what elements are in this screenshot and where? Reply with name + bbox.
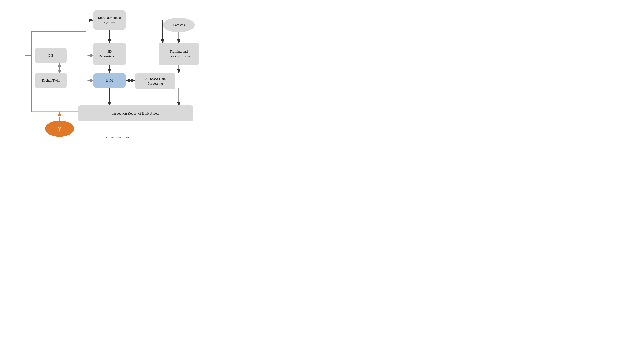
node-reconstruction: 3D Reconstruction [94, 43, 126, 65]
caption-label: Project overview [106, 135, 130, 139]
node-digital-twin: Digital Twin [34, 73, 67, 88]
datasets-label: Datasets [173, 23, 185, 27]
node-question: ? [45, 121, 74, 137]
reconstruction-label: 3D Reconstruction [99, 49, 120, 58]
node-ai-processing: AI-based Data Processing [135, 73, 176, 89]
diagram-caption: Project overview [94, 135, 142, 139]
training-label: Training and Inspection Data [168, 49, 190, 58]
bim-label: BIM [106, 78, 113, 83]
node-datasets: Datasets [162, 18, 195, 32]
node-training: Training and Inspection Data [158, 43, 199, 65]
digital-twin-label: Digital Twin [42, 78, 60, 83]
question-label: ? [58, 125, 61, 133]
node-man-unmanned: Man/Unmanned Systems [94, 10, 126, 30]
svg-rect-6 [32, 31, 86, 112]
gis-label: GIS [48, 53, 54, 58]
inspection-report-label: Inspection Report of Built Assets [112, 111, 159, 116]
diagram-arrows [0, 0, 258, 145]
man-unmanned-label: Man/Unmanned Systems [98, 15, 121, 25]
diagram-container: Man/Unmanned Systems Datasets 3D Reconst… [0, 0, 258, 145]
node-bim: BIM [94, 73, 126, 88]
ai-processing-label: AI-based Data Processing [145, 77, 166, 86]
node-inspection-report: Inspection Report of Built Assets [78, 105, 193, 121]
node-gis: GIS [34, 48, 67, 63]
